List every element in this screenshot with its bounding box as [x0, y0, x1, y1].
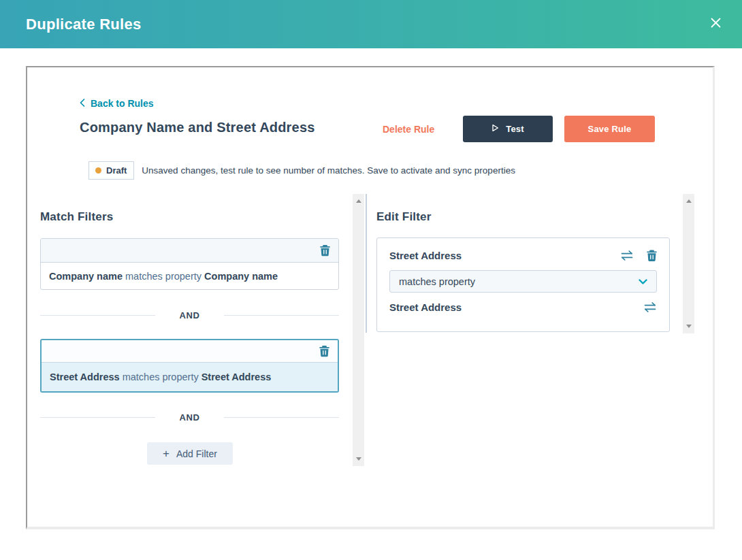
back-chevron-icon	[80, 98, 85, 109]
edit-filter-property-row: Street Address	[389, 250, 657, 261]
swap-icon	[620, 250, 634, 261]
filter-card-header	[41, 239, 338, 263]
filter-card-header	[42, 340, 338, 363]
close-button[interactable]	[705, 14, 726, 35]
divider-line	[224, 417, 339, 418]
filter-card-company-name[interactable]: Company name matches property Company na…	[40, 238, 339, 290]
add-filter-button[interactable]: + Add Filter	[147, 442, 233, 465]
status-message: Unsaved changes, test rule to see number…	[142, 165, 515, 176]
filter-operator: matches property	[120, 372, 201, 382]
modal-header: Duplicate Rules	[0, 0, 742, 48]
divider-line	[40, 417, 155, 418]
add-filter-label: Add Filter	[176, 448, 217, 459]
scroll-down-icon[interactable]	[686, 325, 692, 328]
rule-editor-container: Back to Rules Company Name and Street Ad…	[26, 66, 715, 529]
swap-icon	[643, 302, 657, 312]
play-icon	[491, 124, 499, 134]
comparison-property: Street Address	[389, 301, 462, 313]
and-label: AND	[180, 412, 200, 423]
chevron-down-icon	[639, 279, 647, 284]
swap-comparison-property-button[interactable]	[643, 302, 657, 312]
filter-card-street-address[interactable]: Street Address matches property Street A…	[40, 339, 339, 393]
test-button[interactable]: Test	[463, 116, 553, 142]
filter-value: Street Address	[201, 372, 272, 382]
and-label: AND	[180, 310, 200, 320]
filter-operator: matches property	[123, 271, 204, 282]
modal-title: Duplicate Rules	[26, 16, 142, 33]
match-filters-scrollbar[interactable]	[353, 194, 364, 466]
divider-line	[224, 315, 339, 316]
edit-filter-heading: Edit Filter	[376, 210, 432, 224]
operator-selected-value: matches property	[399, 276, 475, 287]
trash-icon	[647, 250, 657, 261]
delete-rule-link[interactable]: Delete Rule	[383, 124, 434, 135]
rule-title: Company Name and Street Address	[80, 120, 315, 135]
trash-icon	[320, 245, 330, 257]
delete-filter-button[interactable]	[320, 245, 330, 257]
plus-icon: +	[163, 448, 170, 459]
trash-icon	[319, 346, 329, 357]
swap-property-button[interactable]	[620, 250, 634, 261]
and-divider: AND	[40, 412, 339, 423]
draft-status-badge: Draft	[88, 161, 134, 180]
scrollbar-thumb[interactable]	[366, 194, 367, 333]
scroll-up-icon[interactable]	[356, 199, 361, 203]
delete-filter-button[interactable]	[319, 346, 329, 357]
test-button-label: Test	[506, 124, 524, 134]
and-divider: AND	[40, 310, 339, 320]
save-rule-label: Save Rule	[588, 124, 632, 134]
duplicate-rules-modal: Duplicate Rules Back to Rules Company Na…	[0, 0, 742, 560]
filter-property: Company name	[49, 271, 123, 282]
edit-filter-property: Street Address	[389, 250, 462, 261]
edit-filter-scrollbar[interactable]	[683, 194, 694, 333]
draft-badge-label: Draft	[106, 165, 127, 176]
divider-line	[40, 315, 155, 316]
close-icon	[710, 17, 722, 31]
scroll-up-icon[interactable]	[686, 199, 692, 203]
back-to-rules-link[interactable]: Back to Rules	[80, 98, 154, 109]
edit-filter-card: Street Address matches property Stree	[376, 237, 670, 332]
status-row: Draft Unsaved changes, test rule to see …	[88, 161, 515, 180]
filter-summary: Street Address matches property Street A…	[42, 363, 338, 391]
draft-dot-icon	[95, 167, 101, 174]
match-filters-heading: Match Filters	[40, 210, 113, 224]
filter-summary: Company name matches property Company na…	[41, 263, 338, 289]
scroll-down-icon[interactable]	[356, 457, 361, 461]
filter-value: Company name	[204, 271, 278, 282]
save-rule-button[interactable]: Save Rule	[564, 116, 655, 142]
delete-filter-button[interactable]	[647, 250, 657, 261]
back-link-label: Back to Rules	[91, 98, 154, 109]
filter-property: Street Address	[50, 372, 120, 382]
operator-select[interactable]: matches property	[389, 270, 657, 293]
edit-filter-comparison-row: Street Address	[389, 301, 657, 313]
